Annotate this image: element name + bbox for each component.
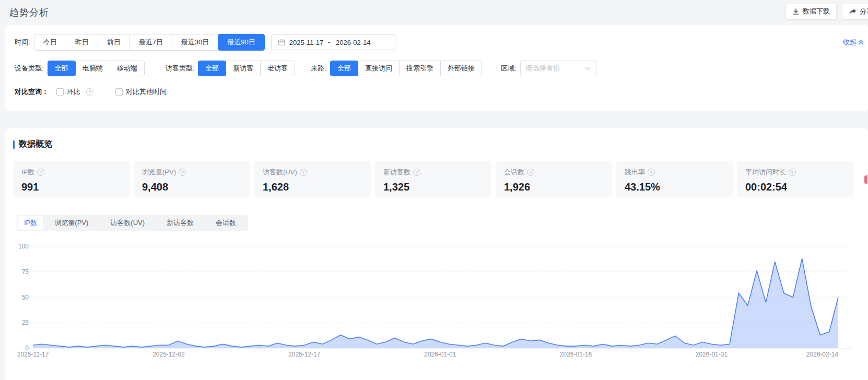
help-icon[interactable]: ?	[86, 88, 93, 96]
x-axis-tick-label: 2026-02-14	[791, 351, 838, 358]
date-range-input[interactable]: 2025-11-17 ~ 2026-02-14	[271, 34, 396, 50]
compare-query-label: 对比查询：	[15, 87, 49, 97]
source-option-3[interactable]: 外部链接	[440, 61, 482, 76]
y-axis-tick-label: 100	[5, 242, 29, 251]
help-icon[interactable]: ?	[413, 169, 420, 176]
x-axis-tick-label: 2026-01-31	[688, 351, 735, 358]
clipped-element-right-edge	[864, 175, 867, 184]
help-icon[interactable]: ?	[37, 169, 44, 176]
filter-panel: 时间: 今日昨日前日最近7日最近30日最近90日 2025-11-17 ~ 20…	[5, 25, 868, 111]
metric-value: 991	[21, 181, 121, 193]
date-range-end: 2026-02-14	[336, 39, 371, 46]
x-axis-tick-label: 2026-01-01	[417, 351, 464, 358]
compare-items: 环比?对比其他时间	[52, 87, 167, 97]
time-option-2[interactable]: 前日	[98, 34, 130, 51]
download-button-label: 数据下载	[803, 7, 830, 16]
share-button-label: 分享	[860, 7, 868, 16]
metric-label: 新访客数	[383, 168, 410, 177]
metric-card-0: IP数?991	[13, 161, 130, 197]
share-icon	[849, 8, 857, 15]
dimension-filter-row: 设备类型: 全部电脑端移动端 访客类型: 全部新访客老访客 来路: 全部直接访问…	[15, 61, 596, 76]
share-button[interactable]: 分享	[842, 4, 868, 19]
y-axis-tick-label: 75	[5, 268, 29, 276]
chart-svg	[5, 230, 868, 365]
compare-item-label: 环比	[67, 87, 80, 97]
data-overview-panel: 数据概览 IP数?991浏览量(PV)?9,408访客数(UV)?1,628新访…	[5, 128, 868, 380]
time-option-1[interactable]: 昨日	[66, 34, 98, 51]
compare-item-0[interactable]: 环比?	[56, 87, 93, 97]
metric-label: IP数	[21, 168, 34, 177]
checkbox[interactable]	[115, 88, 123, 96]
compare-item-1[interactable]: 对比其他时间	[115, 87, 167, 97]
metric-value: 1,325	[383, 181, 483, 193]
section-title-text: 数据概览	[19, 139, 52, 150]
x-axis-tick-label: 2025-12-17	[281, 351, 328, 358]
region-select-placeholder: 请选择省份	[526, 64, 560, 73]
metric-label: 会话数	[504, 168, 524, 177]
collapse-filters-link[interactable]: 收起	[843, 38, 864, 47]
visitor-option-2[interactable]: 老访客	[260, 61, 295, 76]
help-icon[interactable]: ?	[789, 169, 796, 176]
download-icon	[792, 8, 800, 15]
metric-value: 43.15%	[625, 181, 724, 193]
data-download-button[interactable]: 数据下载	[786, 4, 836, 19]
metric-card-6: 平均访问时长?00:02:54	[737, 161, 853, 197]
metric-cards: IP数?991浏览量(PV)?9,408访客数(UV)?1,628新访客数?1,…	[13, 161, 853, 197]
chevron-down-icon	[585, 67, 591, 70]
time-filter-label: 时间:	[15, 38, 30, 47]
metric-value: 1,628	[263, 181, 362, 193]
visitor-option-1[interactable]: 新访客	[226, 61, 261, 76]
device-option-2[interactable]: 移动端	[110, 61, 145, 76]
x-axis-tick-label: 2025-11-17	[9, 351, 56, 358]
chart-tab-4[interactable]: 会话数	[209, 216, 242, 230]
device-type-label: 设备类型:	[15, 64, 44, 73]
section-title-bar	[13, 140, 15, 149]
metric-card-3: 新访客数?1,325	[375, 161, 491, 197]
metric-card-5: 跳出率?43.15%	[616, 161, 733, 197]
device-option-0[interactable]: 全部	[48, 61, 76, 76]
metric-value: 00:02:54	[745, 181, 845, 193]
metric-label: 平均访问时长	[745, 168, 786, 177]
chart-tab-2[interactable]: 访客数(UV)	[104, 216, 151, 230]
source-option-1[interactable]: 直接访问	[358, 61, 400, 76]
source-option-0[interactable]: 全部	[330, 61, 358, 76]
visitor-type-group: 全部新访客老访客	[198, 61, 295, 76]
help-icon[interactable]: ?	[527, 169, 534, 176]
help-icon[interactable]: ?	[179, 169, 186, 176]
date-range-separator: ~	[327, 39, 332, 46]
device-option-1[interactable]: 电脑端	[75, 61, 110, 76]
time-option-3[interactable]: 最近7日	[130, 34, 172, 51]
y-axis-tick-label: 25	[5, 318, 29, 327]
visitor-option-0[interactable]: 全部	[198, 61, 226, 76]
region-select[interactable]: 请选择省份	[520, 61, 596, 76]
time-option-4[interactable]: 最近30日	[172, 34, 218, 51]
time-filter-row: 时间: 今日昨日前日最近7日最近30日最近90日 2025-11-17 ~ 20…	[15, 34, 396, 51]
chart-tab-1[interactable]: 浏览量(PV)	[48, 216, 95, 230]
chart-metric-tabs: IP数浏览量(PV)访客数(UV)新访客数会话数	[17, 215, 248, 231]
help-icon[interactable]: ?	[648, 169, 655, 176]
time-range-group: 今日昨日前日最近7日最近30日最近90日	[34, 34, 265, 51]
source-group: 全部直接访问搜索引擎外部链接	[330, 61, 482, 76]
time-option-5[interactable]: 最近90日	[218, 34, 264, 51]
metric-value: 9,408	[142, 181, 242, 193]
x-axis-tick-label: 2025-12-02	[145, 351, 192, 358]
checkbox[interactable]	[56, 88, 64, 96]
date-range-start: 2025-11-17	[289, 39, 324, 46]
double-chevron-up-icon	[858, 39, 864, 45]
compare-item-label: 对比其他时间	[126, 87, 167, 97]
metric-card-4: 会话数?1,926	[496, 161, 612, 197]
help-icon[interactable]: ?	[300, 169, 307, 176]
trend-chart: 02550751002025-11-172025-12-022025-12-17…	[5, 230, 868, 365]
time-option-0[interactable]: 今日	[34, 34, 66, 51]
metric-label: 访客数(UV)	[263, 168, 297, 177]
region-label: 区域:	[501, 64, 517, 73]
chart-tab-3[interactable]: 新访客数	[160, 216, 200, 230]
section-title: 数据概览	[13, 139, 52, 150]
source-option-2[interactable]: 搜索引擎	[399, 61, 441, 76]
metric-label: 跳出率	[625, 168, 645, 177]
page-header: 趋势分析 数据下载 分享	[0, 0, 868, 25]
visitor-type-label: 访客类型:	[166, 64, 195, 73]
chart-tab-0[interactable]: IP数	[18, 216, 43, 230]
device-type-group: 全部电脑端移动端	[48, 61, 145, 76]
metric-card-2: 访客数(UV)?1,628	[254, 161, 371, 197]
